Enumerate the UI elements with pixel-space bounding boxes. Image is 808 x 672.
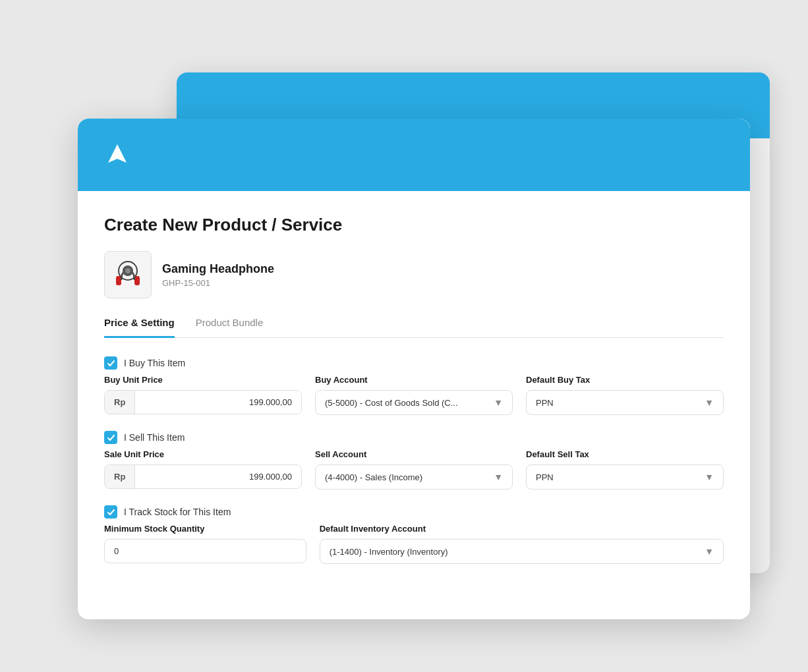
default-sell-tax-field: Default Sell Tax PPN ▼ bbox=[526, 449, 724, 490]
svg-rect-1 bbox=[116, 276, 121, 285]
buy-tax-chevron-icon: ▼ bbox=[705, 397, 714, 408]
buy-unit-price-field: Buy Unit Price Rp bbox=[104, 375, 302, 414]
sell-checkbox-label: I Sell This Item bbox=[124, 432, 185, 443]
sell-price-prefix: Rp bbox=[105, 465, 135, 488]
scene: Create New Product / Service Gaming H bbox=[58, 53, 750, 619]
product-info: Gaming Headphone GHP-15-001 bbox=[162, 262, 274, 288]
default-buy-tax-select[interactable]: PPN ▼ bbox=[526, 390, 724, 415]
tab-product-bundle[interactable]: Product Bundle bbox=[196, 317, 264, 338]
buy-account-field: Buy Account (5-5000) - Cost of Goods Sol… bbox=[315, 375, 513, 415]
stock-checkbox-label: I Track Stock for This Item bbox=[124, 507, 231, 517]
product-code: GHP-15-001 bbox=[162, 278, 274, 288]
default-buy-tax-label: Default Buy Tax bbox=[526, 375, 724, 385]
buy-account-select[interactable]: (5-5000) - Cost of Goods Sold (C... ▼ bbox=[315, 390, 513, 415]
product-name: Gaming Headphone bbox=[162, 262, 274, 276]
min-stock-field: Minimum Stock Quantity bbox=[104, 524, 306, 563]
page-title: Create New Product / Service bbox=[104, 215, 724, 235]
sell-account-chevron-icon: ▼ bbox=[494, 472, 503, 482]
stock-checkbox-row[interactable]: I Track Stock for This Item bbox=[104, 505, 724, 518]
inventory-account-select[interactable]: (1-1400) - Inventory (Inventory) ▼ bbox=[320, 539, 724, 564]
buy-checkbox-row[interactable]: I Buy This Item bbox=[104, 356, 724, 370]
svg-point-4 bbox=[125, 268, 130, 273]
app-header bbox=[78, 119, 750, 191]
page-body: Create New Product / Service Gaming H bbox=[78, 191, 750, 600]
sell-tax-chevron-icon: ▼ bbox=[705, 472, 714, 482]
default-buy-tax-value: PPN bbox=[536, 398, 699, 408]
default-sell-tax-select[interactable]: PPN ▼ bbox=[526, 464, 724, 490]
sale-unit-price-field: Sale Unit Price Rp bbox=[104, 449, 302, 489]
sale-unit-price-input-group[interactable]: Rp bbox=[104, 464, 302, 489]
default-buy-tax-field: Default Buy Tax PPN ▼ bbox=[526, 375, 724, 415]
sell-account-select[interactable]: (4-4000) - Sales (Income) ▼ bbox=[315, 464, 513, 490]
min-stock-input[interactable] bbox=[104, 539, 306, 563]
buy-unit-price-label: Buy Unit Price bbox=[104, 375, 302, 385]
sell-account-label: Sell Account bbox=[315, 449, 513, 459]
sale-unit-price-label: Sale Unit Price bbox=[104, 449, 302, 459]
svg-rect-2 bbox=[134, 276, 140, 285]
buy-checkbox[interactable] bbox=[104, 356, 117, 370]
product-image bbox=[104, 251, 152, 298]
inventory-account-label: Default Inventory Account bbox=[320, 524, 724, 534]
stock-checkbox[interactable] bbox=[104, 505, 117, 518]
buy-price-input[interactable] bbox=[135, 391, 301, 414]
buy-account-chevron-icon: ▼ bbox=[494, 397, 503, 408]
min-stock-label: Minimum Stock Quantity bbox=[104, 524, 306, 534]
buy-checkbox-label: I Buy This Item bbox=[124, 358, 185, 368]
sell-checkbox[interactable] bbox=[104, 431, 117, 444]
buy-unit-price-input-group[interactable]: Rp bbox=[104, 390, 302, 414]
tab-bar: Price & Setting Product Bundle bbox=[104, 317, 724, 338]
default-sell-tax-label: Default Sell Tax bbox=[526, 449, 724, 459]
sell-account-field: Sell Account (4-4000) - Sales (Income) ▼ bbox=[315, 449, 513, 490]
stock-fields-row: Minimum Stock Quantity Default Inventory… bbox=[104, 524, 724, 564]
buy-account-value: (5-5000) - Cost of Goods Sold (C... bbox=[325, 398, 488, 408]
inventory-account-field: Default Inventory Account (1-1400) - Inv… bbox=[320, 524, 724, 564]
app-logo bbox=[101, 139, 133, 171]
sell-price-input[interactable] bbox=[135, 465, 301, 488]
inventory-account-value: (1-1400) - Inventory (Inventory) bbox=[330, 547, 699, 557]
sell-account-value: (4-4000) - Sales (Income) bbox=[325, 472, 488, 482]
inventory-account-chevron-icon: ▼ bbox=[705, 546, 714, 557]
buy-fields-row: Buy Unit Price Rp Buy Account (5-5000) -… bbox=[104, 375, 724, 415]
main-window: Create New Product / Service Gaming H bbox=[78, 119, 750, 619]
sell-fields-row: Sale Unit Price Rp Sell Account (4-4000)… bbox=[104, 449, 724, 490]
sell-checkbox-row[interactable]: I Sell This Item bbox=[104, 431, 724, 444]
product-header: Gaming Headphone GHP-15-001 bbox=[104, 251, 724, 298]
tab-price-setting[interactable]: Price & Setting bbox=[104, 317, 175, 338]
default-sell-tax-value: PPN bbox=[536, 472, 699, 482]
buy-account-label: Buy Account bbox=[315, 375, 513, 385]
buy-price-prefix: Rp bbox=[105, 391, 135, 414]
